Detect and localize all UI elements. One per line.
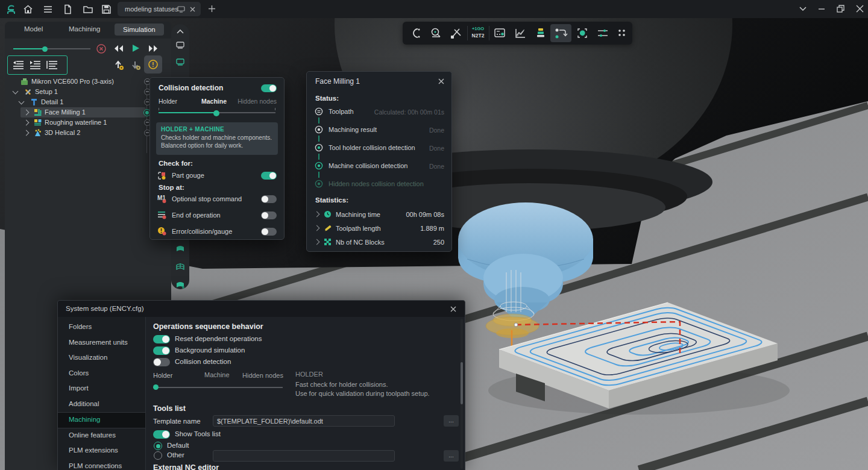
- goto-start-list-icon[interactable]: [12, 60, 24, 69]
- machine-outline-icon[interactable]: [175, 40, 186, 51]
- diagnostics-icon[interactable]: [511, 24, 529, 42]
- optional-stop-row[interactable]: M1 Optional stop command: [150, 193, 284, 205]
- tool-stack-icon[interactable]: [532, 24, 550, 42]
- status-item-toolpath[interactable]: Toolpath Calculated: 00h 00m 01s: [307, 107, 451, 118]
- stat-row-machining-time[interactable]: Machining time 00h 09m 08s: [307, 209, 451, 220]
- dialog-scrollbar-thumb[interactable]: [461, 362, 463, 404]
- optional-stop-toggle[interactable]: [261, 195, 277, 203]
- chevron-up-icon[interactable]: [176, 29, 184, 35]
- home-icon[interactable]: [23, 4, 33, 14]
- chevron-down-icon[interactable]: [13, 89, 19, 95]
- end-operation-row[interactable]: End of operation: [150, 209, 284, 221]
- tab-machining[interactable]: Machining: [69, 25, 100, 33]
- document-tab[interactable]: modeling statuses: [118, 2, 201, 16]
- new-file-icon[interactable]: [63, 4, 73, 14]
- measure-icon[interactable]: [427, 24, 445, 42]
- arrow-down-badge-icon[interactable]: [131, 59, 141, 70]
- sidebar-item-additional[interactable]: Additional: [58, 397, 145, 412]
- rewind-icon[interactable]: [114, 45, 124, 52]
- save-icon[interactable]: [101, 4, 112, 14]
- part-gouge-row[interactable]: Part gouge: [150, 170, 284, 182]
- node-route-icon[interactable]: [550, 24, 571, 42]
- other-radio[interactable]: [154, 451, 162, 460]
- stat-row-toolpath-length[interactable]: Toolpath length 1.889 m: [307, 223, 451, 234]
- restore-icon[interactable]: [836, 4, 846, 14]
- sidebar-item-machining[interactable]: Machining: [58, 412, 145, 428]
- sidebar-item-online-features[interactable]: Online features: [58, 428, 145, 443]
- status-item-holder-collision[interactable]: Tool holder collision detection Done: [307, 143, 451, 154]
- sidebar-item-colors[interactable]: Colors: [58, 366, 145, 381]
- other-browse-button[interactable]: ...: [444, 450, 459, 462]
- dialog-titlebar[interactable]: System setup (ENCY.cfg): [58, 301, 465, 317]
- menu-icon[interactable]: [43, 4, 53, 14]
- play-icon[interactable]: [132, 44, 140, 52]
- sidebar-item-import[interactable]: Import: [58, 381, 145, 396]
- chevron-down-icon[interactable]: [19, 99, 25, 105]
- filters-icon[interactable]: [594, 24, 612, 42]
- simulation-progress-handle[interactable]: [42, 46, 48, 52]
- sidebar-item-folders[interactable]: Folders: [58, 320, 145, 335]
- stat-row-nc-blocks[interactable]: Nb of NC Blocks 250: [307, 237, 451, 248]
- collision-zone-icon[interactable]: [573, 24, 591, 42]
- close-icon[interactable]: [449, 305, 458, 313]
- machine-active-icon[interactable]: [175, 57, 186, 67]
- status-item-machine-collision[interactable]: Machine collision detection Done: [307, 161, 451, 172]
- magnet-icon[interactable]: [406, 24, 424, 42]
- minimize-icon[interactable]: [817, 5, 828, 15]
- chevron-right-icon[interactable]: [24, 130, 30, 136]
- sidebar-item-plm-extensions[interactable]: PLM extensions: [58, 443, 145, 459]
- numbered-list-icon[interactable]: [46, 60, 58, 69]
- stock-icon[interactable]: [175, 244, 186, 254]
- sidebar-item-measurement-units[interactable]: Measurement units: [58, 336, 145, 351]
- collision-detection-toggle[interactable]: [153, 358, 170, 366]
- sidebar-item-visualization[interactable]: Visualization: [58, 351, 145, 366]
- caliper-icon[interactable]: [447, 24, 465, 42]
- default-radio[interactable]: [154, 442, 162, 450]
- end-operation-toggle[interactable]: [261, 212, 277, 219]
- slider-label-holder[interactable]: Holder: [159, 98, 177, 105]
- apps-grid-icon[interactable]: [612, 24, 631, 42]
- fast-forward-icon[interactable]: [148, 45, 158, 52]
- close-icon[interactable]: [855, 4, 866, 14]
- dialog-scrollbar[interactable]: [461, 319, 463, 469]
- slider-label-holder[interactable]: Holder: [153, 372, 172, 379]
- error-gauge-row[interactable]: Error/collision/gauge: [150, 225, 284, 237]
- reset-dependent-toggle[interactable]: [153, 335, 170, 343]
- close-tab-icon[interactable]: [189, 6, 196, 13]
- mesh-icon[interactable]: [175, 262, 186, 272]
- slider-label-hidden-nodes[interactable]: Hidden nodes: [237, 98, 277, 105]
- chevron-right-icon[interactable]: [24, 120, 30, 126]
- warning-button[interactable]: [144, 55, 162, 74]
- chevron-down-icon[interactable]: [799, 6, 809, 16]
- close-icon[interactable]: [437, 77, 445, 86]
- goto-current-list-icon[interactable]: [29, 60, 41, 69]
- template-browse-button[interactable]: ...: [444, 415, 459, 427]
- collision-detection-toggle[interactable]: [261, 84, 277, 92]
- arrow-up-badge-icon[interactable]: [114, 59, 124, 70]
- gcode-icon[interactable]: +1GO N2T2: [468, 24, 488, 42]
- stop-icon[interactable]: [96, 44, 106, 54]
- collision-level-slider-handle[interactable]: [213, 110, 219, 116]
- error-gauge-toggle[interactable]: [261, 228, 277, 236]
- tab-model[interactable]: Model: [24, 25, 43, 33]
- collision-level-slider-handle[interactable]: [153, 384, 159, 390]
- background-simulation-toggle[interactable]: [153, 346, 170, 355]
- other-template-input[interactable]: [213, 450, 395, 462]
- new-tab-icon[interactable]: [207, 4, 218, 14]
- status-item-machining-result[interactable]: Machining result Done: [307, 125, 451, 136]
- chevron-right-icon[interactable]: [24, 110, 30, 116]
- open-folder-icon[interactable]: [83, 4, 93, 14]
- slider-label-machine[interactable]: Machine: [204, 371, 230, 378]
- slider-label-hidden-nodes[interactable]: Hidden nodes: [242, 372, 283, 379]
- tab-simulation[interactable]: Simulation: [115, 24, 164, 36]
- sidebar-item-plm-connections[interactable]: PLM connections: [58, 459, 145, 470]
- collision-level-slider[interactable]: [153, 387, 283, 388]
- status-item-hidden-nodes[interactable]: Hidden nodes collision detection: [307, 179, 451, 190]
- slider-label-machine[interactable]: Machine: [201, 98, 227, 105]
- part-gouge-toggle[interactable]: [261, 172, 277, 180]
- show-tools-list-toggle[interactable]: [153, 430, 170, 439]
- ency-logo[interactable]: [6, 4, 16, 14]
- template-name-input[interactable]: [213, 415, 395, 427]
- part-icon[interactable]: [175, 280, 186, 290]
- control-panel-icon[interactable]: [491, 24, 509, 42]
